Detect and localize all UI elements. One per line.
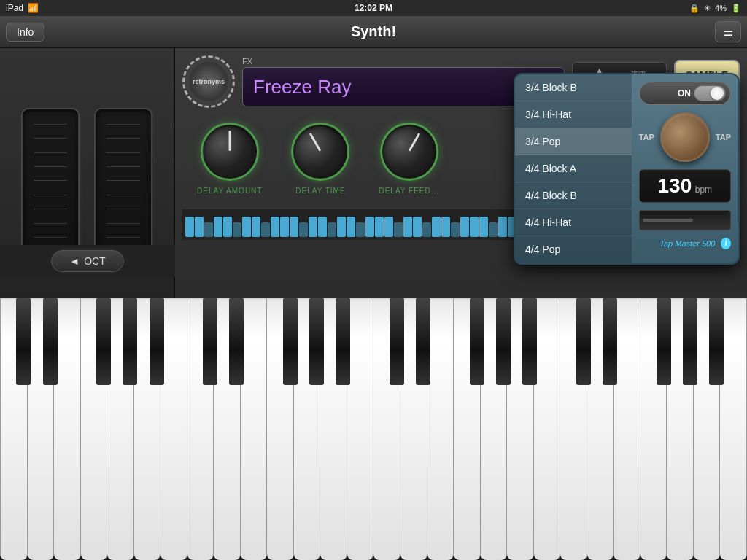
white-key-g2[interactable] <box>294 298 321 560</box>
mini-key <box>318 217 327 237</box>
white-key-d2[interactable] <box>214 298 241 560</box>
battery-icon: 🔋 <box>731 4 741 13</box>
white-key-b[interactable] <box>160 298 187 560</box>
mini-key <box>233 222 241 237</box>
pitch-slider[interactable] <box>94 108 152 254</box>
white-key-c3[interactable] <box>374 298 400 560</box>
popup-content: 3/4 Block B 3/4 Hi-Hat 3/4 Pop 4/4 Block… <box>515 74 738 263</box>
oct-area: ◄ OCT <box>0 245 175 277</box>
white-key-e[interactable] <box>54 298 81 560</box>
mini-key <box>384 217 393 237</box>
rhythm-list: 3/4 Block B 3/4 Hi-Hat 3/4 Pop 4/4 Block… <box>515 74 632 263</box>
delay-amount-knob[interactable] <box>201 122 259 181</box>
logo: retronyms <box>182 55 235 108</box>
white-key-a[interactable] <box>134 298 161 560</box>
mini-key <box>185 217 194 237</box>
white-key-a3[interactable] <box>507 298 534 560</box>
white-key-g4[interactable] <box>667 298 694 560</box>
mini-key <box>451 222 460 237</box>
mini-key <box>489 222 498 237</box>
delay-feedback-label: DELAY FEED... <box>379 187 439 195</box>
menu-icon: ⚌ <box>723 26 733 38</box>
delay-time-knob-container: DELAY TIME <box>291 122 349 195</box>
oct-arrow-icon: ◄ <box>69 255 80 267</box>
brand-area: Tap Master 500 i <box>639 238 731 249</box>
mini-key <box>328 222 336 237</box>
mini-key <box>375 217 384 237</box>
white-key-g[interactable] <box>107 298 134 560</box>
mod-slider[interactable] <box>21 108 80 254</box>
on-switch[interactable] <box>694 85 726 101</box>
white-key-d3[interactable] <box>400 298 427 560</box>
mini-key <box>242 217 251 237</box>
rhythm-item-4[interactable]: 4/4 Block A <box>515 155 632 182</box>
tempo-slider[interactable] <box>639 210 731 230</box>
white-key-e2[interactable] <box>241 298 268 560</box>
white-key-f3[interactable] <box>454 298 481 560</box>
slider-pair: MOD PITCH <box>21 108 152 265</box>
mini-key <box>403 217 412 237</box>
mini-key <box>271 217 279 237</box>
rhythm-item-1[interactable]: 3/4 Block B <box>515 74 632 101</box>
delay-time-knob[interactable] <box>291 122 349 181</box>
white-key-c[interactable] <box>0 298 28 560</box>
wifi-icon: 📶 <box>28 3 39 13</box>
white-key-g3[interactable] <box>481 298 508 560</box>
on-label: ON <box>678 88 691 98</box>
tempo-popup: 3/4 Block B 3/4 Hi-Hat 3/4 Pop 4/4 Block… <box>514 73 740 265</box>
mini-key <box>195 217 204 237</box>
mini-key <box>479 217 488 237</box>
tap-left-label: TAP <box>639 133 654 141</box>
white-key-f4[interactable] <box>640 298 667 560</box>
white-key-a4[interactable] <box>694 298 721 560</box>
status-left: iPad 📶 <box>6 3 39 13</box>
delay-amount-knob-container: DELAY AMOUNT <box>197 122 262 195</box>
white-key-e4[interactable] <box>614 298 640 560</box>
white-key-c4[interactable] <box>560 298 587 560</box>
status-right: 🔒 ✳ 4% 🔋 <box>689 4 741 13</box>
rhythm-item-2[interactable]: 3/4 Hi-Hat <box>515 101 632 128</box>
tempo-slider-track <box>643 219 694 222</box>
white-key-b4[interactable] <box>720 298 747 560</box>
rhythm-item-3[interactable]: 3/4 Pop <box>515 128 632 155</box>
delay-feedback-knob-container: DELAY FEED... <box>379 122 439 195</box>
mini-key <box>441 217 450 237</box>
logo-inner: retronyms <box>189 62 228 101</box>
white-key-f[interactable] <box>81 298 108 560</box>
info-button[interactable]: Info <box>6 23 44 42</box>
rhythm-item-6[interactable]: 4/4 Hi-Hat <box>515 209 632 236</box>
mini-key <box>280 217 289 237</box>
oct-button[interactable]: ◄ OCT <box>51 250 123 272</box>
popup-arrow <box>616 73 637 74</box>
piano-keyboard: .bk { fill: linear-gradient(180deg, #333… <box>0 298 747 560</box>
mini-key <box>214 217 222 237</box>
tap-knob[interactable] <box>660 112 710 162</box>
title-bar: Info Synth! ⚌ <box>0 16 747 48</box>
white-key-d4[interactable] <box>587 298 614 560</box>
white-key-b3[interactable] <box>534 298 561 560</box>
bpm-readout-value: 130 <box>658 174 692 197</box>
bpm-readout: 130 bpm <box>639 169 731 203</box>
white-key-b2[interactable] <box>347 298 374 560</box>
menu-button[interactable]: ⚌ <box>715 21 741 42</box>
tap-area: TAP TAP <box>639 112 731 162</box>
mini-key <box>498 217 507 237</box>
white-key-f2[interactable] <box>267 298 294 560</box>
white-keys <box>0 298 747 560</box>
battery-label: 4% <box>715 4 727 12</box>
mini-key <box>460 217 469 237</box>
rhythm-item-5[interactable]: 4/4 Block B <box>515 182 632 209</box>
tempo-controls: ON TAP TAP 130 bpm Tap Ma <box>632 74 738 263</box>
white-key-d[interactable] <box>28 298 55 560</box>
mini-key <box>394 222 403 237</box>
on-toggle[interactable]: ON <box>639 82 731 105</box>
rhythm-item-7[interactable]: 4/4 Pop <box>515 236 632 263</box>
device-label: iPad <box>6 3 23 13</box>
status-bar: iPad 📶 12:02 PM 🔒 ✳ 4% 🔋 <box>0 0 747 16</box>
delay-feedback-knob[interactable] <box>380 122 438 181</box>
white-key-e3[interactable] <box>427 298 454 560</box>
delay-amount-label: DELAY AMOUNT <box>197 187 262 195</box>
info-icon[interactable]: i <box>721 238 731 249</box>
white-key-a2[interactable] <box>320 298 347 560</box>
white-key-c2[interactable] <box>187 298 214 560</box>
